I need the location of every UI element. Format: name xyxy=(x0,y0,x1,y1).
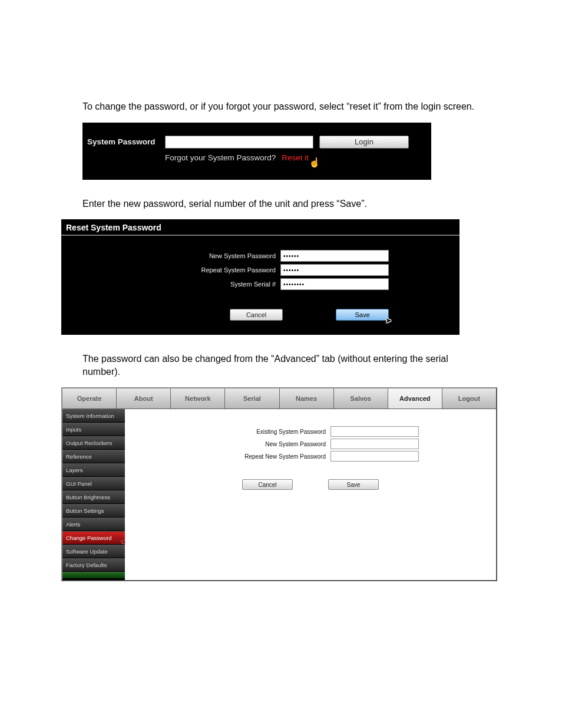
sidebar-item-button-settings[interactable]: Button Settings xyxy=(62,504,125,518)
adv-repeat-password-label: Repeat New System Password xyxy=(202,453,326,460)
sidebar-item-alerts[interactable]: Alerts xyxy=(62,518,125,531)
advanced-sidebar: System Information Inputs Output Reclock… xyxy=(62,409,125,580)
tab-salvos[interactable]: Salvos xyxy=(334,388,388,409)
new-password-label: New System Password xyxy=(176,252,276,259)
sidebar-item-inputs[interactable]: Inputs xyxy=(62,423,125,436)
advanced-content: Existing System Password New System Pass… xyxy=(125,409,496,580)
existing-password-label: Existing System Password xyxy=(202,429,326,435)
login-button[interactable]: Login xyxy=(319,136,409,149)
intro-text-1: To change the password, or if you forgot… xyxy=(82,100,480,113)
tab-network[interactable]: Network xyxy=(171,388,225,409)
adv-new-password-input[interactable] xyxy=(330,439,419,449)
adv-new-password-label: New System Password xyxy=(202,441,326,447)
serial-number-input[interactable] xyxy=(280,278,389,290)
tab-operate[interactable]: Operate xyxy=(62,388,117,409)
sidebar-item-gui-panel[interactable]: GUI Panel xyxy=(62,477,125,490)
sidebar-spacer xyxy=(62,572,125,579)
system-password-label: System Password xyxy=(87,137,159,146)
repeat-password-input[interactable] xyxy=(280,264,389,276)
adv-cancel-button[interactable]: Cancel xyxy=(242,479,293,490)
sidebar-item-software-update[interactable]: Software Update xyxy=(62,545,125,558)
repeat-password-label: Repeat System Password xyxy=(176,266,276,274)
sidebar-item-reference[interactable]: Reference xyxy=(62,450,125,463)
reset-password-screenshot: Reset System Password New System Passwor… xyxy=(61,219,459,335)
sidebar-item-system-information[interactable]: System Information xyxy=(62,409,125,423)
login-screenshot: System Password Login Forgot your System… xyxy=(82,123,431,180)
reset-it-link[interactable]: Reset it xyxy=(282,153,309,162)
sidebar-item-button-brightness[interactable]: Button Brightness xyxy=(62,490,125,504)
sidebar-item-output-reclockers[interactable]: Output Reclockers xyxy=(62,436,125,450)
hand-cursor-icon: ☝️ xyxy=(309,157,320,168)
tab-advanced[interactable]: Advanced xyxy=(388,388,442,409)
existing-password-input[interactable] xyxy=(330,426,419,437)
intro-text-2: Enter the new password, serial number of… xyxy=(82,197,480,210)
sidebar-item-layers[interactable]: Layers xyxy=(62,463,125,477)
advanced-tab-screenshot: Operate About Network Serial Names Salvo… xyxy=(61,387,497,581)
intro-text-3: The password can also be changed from th… xyxy=(82,353,480,378)
adv-repeat-password-input[interactable] xyxy=(330,451,419,462)
tab-serial[interactable]: Serial xyxy=(225,388,279,409)
new-password-input[interactable] xyxy=(280,250,389,262)
system-password-input[interactable] xyxy=(165,136,313,149)
tab-bar: Operate About Network Serial Names Salvo… xyxy=(62,388,496,409)
tab-logout[interactable]: Logout xyxy=(442,388,496,409)
reset-password-title: Reset System Password xyxy=(61,219,459,236)
tab-names[interactable]: Names xyxy=(280,388,334,409)
hand-cursor-icon: ☜ xyxy=(120,538,126,546)
sidebar-item-factory-defaults[interactable]: Factory Defaults xyxy=(62,558,125,572)
cancel-button[interactable]: Cancel xyxy=(230,309,283,321)
arrow-cursor-icon: ➤ xyxy=(385,316,392,325)
serial-number-label: System Serial # xyxy=(176,281,276,288)
tab-about[interactable]: About xyxy=(117,388,171,409)
sidebar-item-change-password[interactable]: Change Password ☜ xyxy=(62,531,125,545)
forgot-password-text: Forgot your System Password? xyxy=(165,153,276,162)
save-button[interactable]: Save ➤ xyxy=(336,309,389,321)
adv-save-button[interactable]: Save xyxy=(328,479,379,490)
